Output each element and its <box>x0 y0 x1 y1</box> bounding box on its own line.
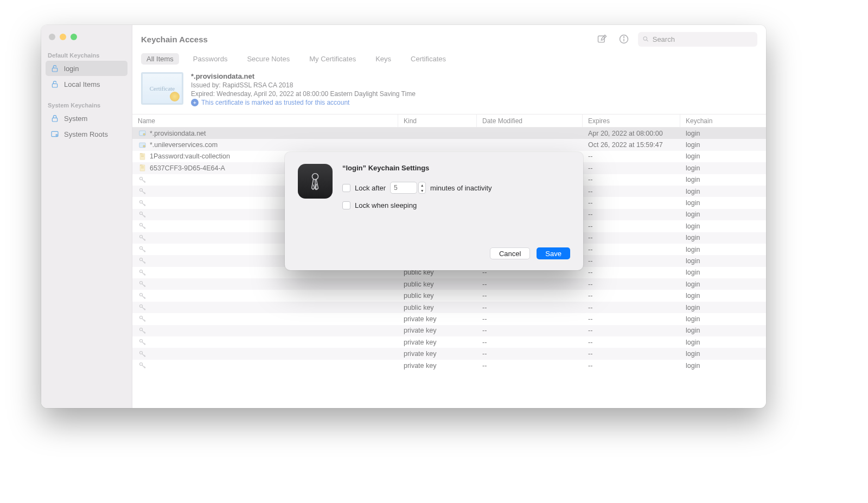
keychain-app-icon <box>298 164 333 199</box>
stepper-up-icon[interactable]: ▲ <box>419 182 425 188</box>
dialog-buttons: Cancel Save <box>342 247 570 259</box>
cancel-button[interactable]: Cancel <box>490 247 530 259</box>
lock-after-stepper: ▲ ▼ <box>390 182 426 194</box>
save-button[interactable]: Save <box>537 247 570 259</box>
lock-sleep-row: Lock when sleeping <box>342 201 570 209</box>
stepper-down-icon[interactable]: ▼ <box>419 188 425 193</box>
dialog-body: “login” Keychain Settings Lock after ▲ ▼… <box>342 164 570 259</box>
lock-after-input[interactable] <box>390 182 417 194</box>
lock-sleep-checkbox[interactable] <box>342 201 350 209</box>
keychain-settings-dialog: “login” Keychain Settings Lock after ▲ ▼… <box>285 152 583 270</box>
lock-after-label: Lock after <box>355 184 386 192</box>
stepper-buttons[interactable]: ▲ ▼ <box>418 182 426 194</box>
lock-after-checkbox[interactable] <box>342 184 350 192</box>
dialog-title: “login” Keychain Settings <box>342 164 570 172</box>
lock-sleep-label: Lock when sleeping <box>355 201 417 209</box>
dialog-overlay: “login” Keychain Settings Lock after ▲ ▼… <box>0 0 868 503</box>
lock-after-suffix: minutes of inactivity <box>430 184 492 192</box>
lock-after-row: Lock after ▲ ▼ minutes of inactivity <box>342 182 570 194</box>
